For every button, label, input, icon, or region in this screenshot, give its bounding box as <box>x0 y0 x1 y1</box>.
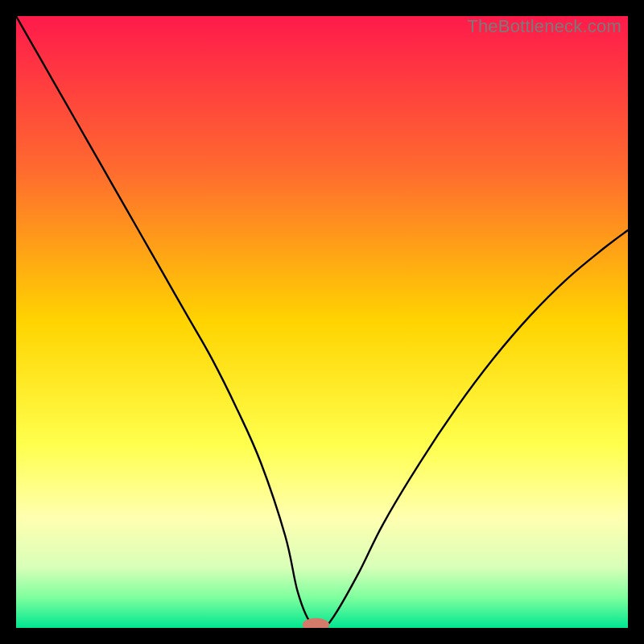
gradient-background <box>16 16 628 628</box>
bottleneck-chart <box>16 16 628 628</box>
watermark-text: TheBottleneck.com <box>467 16 621 37</box>
chart-frame: TheBottleneck.com <box>16 16 628 628</box>
